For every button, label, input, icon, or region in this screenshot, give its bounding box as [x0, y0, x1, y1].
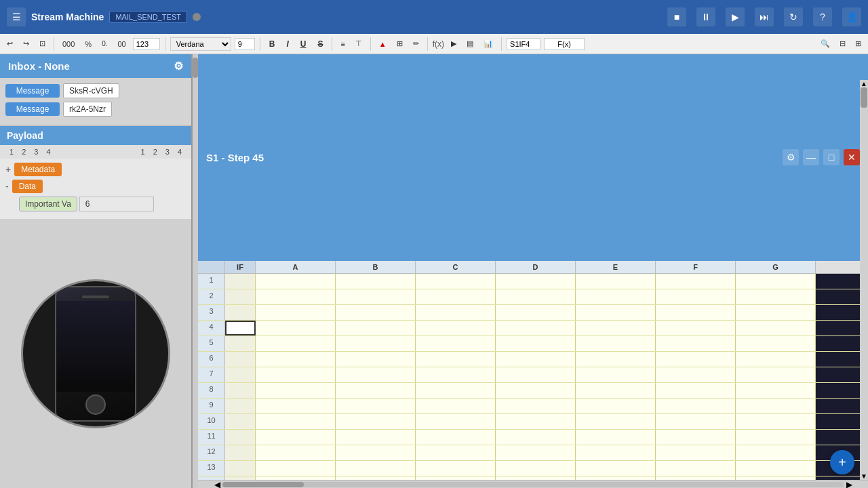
cell-F-7[interactable] [656, 367, 736, 382]
scroll-left-arrow[interactable]: ◀ [212, 480, 222, 489]
cell-D-11[interactable] [496, 430, 576, 445]
cell-A-4[interactable] [256, 321, 336, 336]
col-header-e[interactable]: E [576, 261, 656, 273]
cell-E-11[interactable] [576, 430, 656, 445]
cell-C-12[interactable] [416, 445, 496, 460]
cell-G-9[interactable] [736, 399, 816, 413]
maximize-button[interactable]: □ [823, 149, 840, 165]
cell-B-8[interactable] [336, 383, 416, 398]
col-header-d[interactable]: D [496, 261, 576, 273]
cell-C-5[interactable] [416, 336, 496, 351]
menu-icon[interactable]: ☰ [7, 7, 26, 26]
strikethrough-button[interactable]: S [313, 38, 327, 50]
cell-E-1[interactable] [576, 274, 656, 289]
cell-A-6[interactable] [256, 352, 336, 367]
cell-C-13[interactable] [416, 461, 496, 476]
minus-icon[interactable]: - [5, 181, 9, 192]
cell-D-7[interactable] [496, 367, 576, 382]
snap-icon[interactable]: ⊡ [36, 38, 49, 49]
metadata-badge[interactable]: Metadata [14, 163, 62, 176]
cell-E-12[interactable] [576, 445, 656, 460]
close-button[interactable]: ✕ [844, 149, 860, 165]
underline-button[interactable]: U [296, 38, 311, 50]
cell-if-9[interactable] [225, 399, 256, 413]
cell-B-6[interactable] [336, 352, 416, 367]
cell-D-3[interactable] [496, 305, 576, 320]
col-header-c[interactable]: C [416, 261, 496, 273]
cell-A-12[interactable] [256, 445, 336, 460]
cell-B-5[interactable] [336, 336, 416, 351]
cell-D-13[interactable] [496, 461, 576, 476]
cell-F-4[interactable] [656, 321, 736, 336]
cell-B-10[interactable] [336, 414, 416, 429]
num-right-1[interactable]: 1 [137, 147, 149, 157]
cell-D-2[interactable] [496, 289, 576, 304]
scroll-track[interactable] [222, 482, 844, 487]
cell-G-13[interactable] [736, 461, 816, 476]
col-header-b[interactable]: B [336, 261, 416, 273]
cell-G-12[interactable] [736, 445, 816, 460]
important-badge[interactable]: Important Va [19, 197, 77, 211]
col-header-if[interactable]: IF [225, 261, 256, 273]
format-dec[interactable]: 0. [98, 39, 111, 49]
cell-A-8[interactable] [256, 383, 336, 398]
cell-G-5[interactable] [736, 336, 816, 351]
cell-D-10[interactable] [496, 414, 576, 429]
cell-E-3[interactable] [576, 305, 656, 320]
pause-button[interactable]: ⏸ [696, 7, 715, 26]
col-header-f[interactable]: F [656, 261, 736, 273]
minimize-button[interactable]: — [803, 149, 819, 165]
cell-F-2[interactable] [656, 289, 736, 304]
cell-if-7[interactable] [225, 367, 256, 382]
step-gear-icon[interactable]: ⚙ [783, 149, 799, 165]
cell-if-2[interactable] [225, 289, 256, 304]
cell-D-8[interactable] [496, 383, 576, 398]
scroll-up-arrow[interactable]: ▲ [860, 80, 868, 87]
cell-if-6[interactable] [225, 352, 256, 367]
num-left-2[interactable]: 2 [18, 147, 30, 157]
vertical-scrollbar[interactable]: ▲ ▼ [860, 80, 868, 480]
cell-A-2[interactable] [256, 289, 336, 304]
cell-D-4[interactable] [496, 321, 576, 336]
func-input[interactable] [544, 38, 585, 50]
cell-G-3[interactable] [736, 305, 816, 320]
help-button[interactable]: ? [813, 7, 832, 26]
cell-E-7[interactable] [576, 367, 656, 382]
cell-B-4[interactable] [336, 321, 416, 336]
message-label-1[interactable]: Message [5, 84, 60, 98]
cell-D-6[interactable] [496, 352, 576, 367]
num-left-3[interactable]: 3 [30, 147, 42, 157]
cell-if-4[interactable] [225, 321, 256, 336]
cell-if-1[interactable] [225, 274, 256, 289]
cell-A-1[interactable] [256, 274, 336, 289]
cell-A-5[interactable] [256, 336, 336, 351]
cell-G-10[interactable] [736, 414, 816, 429]
cell-C-10[interactable] [416, 414, 496, 429]
horizontal-scrollbar[interactable]: ◀ ▶ [198, 480, 868, 488]
cell-A-3[interactable] [256, 305, 336, 320]
cell-B-11[interactable] [336, 430, 416, 445]
table-btn[interactable]: ▤ [463, 38, 477, 49]
left-scroll-thumb[interactable] [193, 58, 198, 78]
cell-D-12[interactable] [496, 445, 576, 460]
cell-F-9[interactable] [656, 399, 736, 413]
col-header-g[interactable]: G [736, 261, 816, 273]
cell-A-10[interactable] [256, 414, 336, 429]
layout-icon[interactable]: ⊟ [836, 38, 849, 49]
cell-C-4[interactable] [416, 321, 496, 336]
split-icon[interactable]: ⊞ [852, 38, 865, 49]
scroll-down-arrow[interactable]: ▼ [860, 472, 868, 480]
cell-E-5[interactable] [576, 336, 656, 351]
cell-B-3[interactable] [336, 305, 416, 320]
font-size-field[interactable] [235, 38, 255, 50]
cell-A-13[interactable] [256, 461, 336, 476]
col-header-a[interactable]: A [256, 261, 336, 273]
cell-F-11[interactable] [656, 430, 736, 445]
play-fx[interactable]: ▶ [448, 38, 460, 49]
cell-G-4[interactable] [736, 321, 816, 336]
cell-B-9[interactable] [336, 399, 416, 413]
cell-C-2[interactable] [416, 289, 496, 304]
cell-B-2[interactable] [336, 289, 416, 304]
left-panel-scrollbar[interactable] [193, 54, 198, 488]
cell-if-10[interactable] [225, 414, 256, 429]
